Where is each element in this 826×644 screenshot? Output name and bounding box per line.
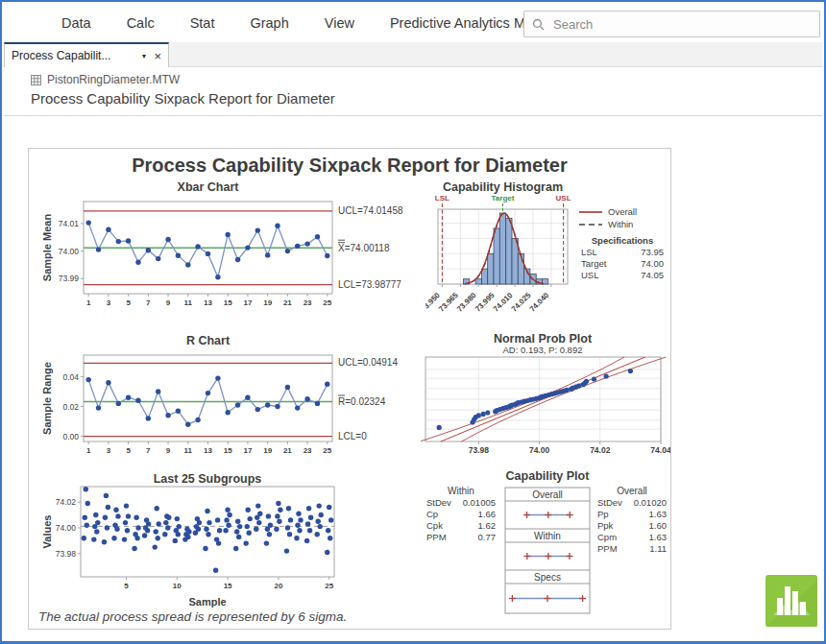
search-box[interactable] (523, 11, 820, 37)
svg-text:0.02: 0.02 (62, 402, 79, 412)
output-header: Process Capability Sixpack Report for Di… (31, 90, 335, 107)
svg-text:74.02: 74.02 (56, 497, 77, 507)
svg-text:0.01005: 0.01005 (463, 497, 496, 508)
menu-view[interactable]: View (325, 15, 354, 31)
svg-text:Within: Within (448, 486, 474, 496)
svg-text:Sample: Sample (188, 596, 226, 608)
menu-calc[interactable]: Calc (127, 15, 155, 31)
svg-text:17: 17 (243, 446, 252, 455)
search-input[interactable] (551, 16, 795, 33)
svg-text:7: 7 (146, 446, 151, 455)
app-window: Data Calc Stat Graph View Predictive Ana… (0, 0, 826, 644)
sixpack-figure[interactable]: Process Capability Sixpack Report for Di… (28, 148, 671, 630)
worksheet-link[interactable]: PistonRingDiameter.MTW (31, 73, 180, 86)
svg-text:11: 11 (184, 446, 193, 455)
svg-text:20: 20 (274, 582, 282, 590)
svg-text:73.98: 73.98 (56, 549, 77, 559)
normal-prob-plot: Normal Prob PlotAD: 0.193, P: 0.89273.98… (421, 334, 670, 464)
svg-text:13: 13 (204, 298, 212, 307)
svg-text:73.98: 73.98 (469, 445, 490, 455)
svg-text:Cp: Cp (426, 509, 438, 519)
svg-text:R=0.02324: R=0.02324 (338, 396, 386, 407)
svg-text:LSL: LSL (581, 247, 597, 257)
svg-text:9: 9 (166, 298, 171, 307)
svg-text:19: 19 (263, 446, 272, 455)
svg-text:11: 11 (184, 298, 193, 307)
capability-plot: Capability PlotOverallWithinSpecsWithinS… (421, 468, 670, 617)
svg-text:0.04: 0.04 (62, 372, 79, 382)
svg-text:Cpk: Cpk (426, 520, 443, 531)
svg-text:23: 23 (304, 298, 312, 307)
svg-text:74.00: 74.00 (56, 523, 77, 533)
svg-text:Last 25 Subgroups: Last 25 Subgroups (154, 473, 262, 486)
svg-text:19: 19 (263, 298, 272, 307)
last-25-subgroups-chart: Last 25 Subgroups73.9874.0074.0251015202… (41, 473, 425, 617)
svg-text:Sample Mean: Sample Mean (41, 214, 53, 282)
svg-text:74.01: 74.01 (59, 219, 80, 228)
svg-text:74.02: 74.02 (590, 445, 611, 455)
svg-text:73.95: 73.95 (641, 247, 664, 257)
svg-text:0.01020: 0.01020 (634, 497, 667, 508)
svg-text:74.00: 74.00 (641, 258, 664, 269)
svg-text:74.04: 74.04 (650, 445, 670, 455)
svg-text:StDev: StDev (426, 497, 451, 508)
svg-text:Capability Plot: Capability Plot (506, 469, 591, 483)
svg-text:PPM: PPM (597, 543, 618, 554)
svg-text:Overall: Overall (532, 489, 563, 500)
xbar-chart: Xbar Chart73.9974.0074.01135791113151719… (41, 180, 425, 320)
menu-data[interactable]: Data (61, 15, 91, 31)
svg-text:1: 1 (86, 298, 91, 307)
svg-text:1.62: 1.62 (478, 520, 497, 531)
svg-text:UCL=0.04914: UCL=0.04914 (338, 357, 398, 368)
svg-text:AD: 0.193, P: 0.892: AD: 0.193, P: 0.892 (503, 345, 583, 355)
svg-text:74.00: 74.00 (59, 247, 80, 256)
svg-text:15: 15 (224, 582, 232, 590)
svg-text:StDev: StDev (597, 497, 622, 508)
svg-text:Target: Target (581, 258, 607, 269)
svg-text:Within: Within (534, 531, 561, 541)
svg-text:Overall: Overall (608, 206, 637, 217)
svg-text:X=74.00118: X=74.00118 (338, 243, 390, 253)
search-icon (532, 18, 545, 31)
svg-text:LCL=0: LCL=0 (338, 431, 367, 441)
menu-graph[interactable]: Graph (250, 15, 288, 31)
svg-text:15: 15 (224, 298, 232, 307)
header-divider (4, 115, 822, 116)
svg-text:15: 15 (224, 446, 232, 455)
svg-text:Cpm: Cpm (597, 532, 617, 542)
minitab-logo-icon (765, 575, 817, 627)
svg-text:LCL=73.98777: LCL=73.98777 (338, 279, 401, 290)
svg-text:Ppk: Ppk (597, 520, 614, 531)
svg-text:25: 25 (323, 446, 331, 455)
svg-text:UCL=74.01458: UCL=74.01458 (338, 205, 403, 216)
capability-histogram: Capability HistogramLSLTargetUSL73.95073… (425, 180, 670, 324)
svg-text:74.00: 74.00 (529, 445, 550, 455)
svg-text:USL: USL (556, 194, 571, 203)
svg-text:USL: USL (581, 270, 598, 280)
figure-title: Process Capability Sixpack Report for Di… (29, 155, 670, 177)
svg-text:73.99: 73.99 (59, 274, 80, 283)
svg-text:5: 5 (124, 582, 129, 590)
svg-text:Sample Range: Sample Range (41, 362, 53, 435)
svg-text:0.00: 0.00 (62, 432, 79, 441)
svg-text:Specs: Specs (534, 572, 561, 583)
svg-text:3: 3 (107, 446, 111, 455)
tab-dropdown-caret-icon[interactable]: ▼ (140, 53, 147, 60)
svg-text:21: 21 (283, 298, 292, 307)
svg-text:7: 7 (146, 298, 151, 307)
svg-text:10: 10 (173, 582, 182, 590)
tab-process-capability[interactable]: Process Capabilit... ▼ × (4, 42, 169, 67)
svg-text:Overall: Overall (617, 486, 647, 496)
svg-text:Values: Values (41, 515, 53, 549)
menu-stat[interactable]: Stat (190, 15, 215, 31)
svg-text:1: 1 (86, 446, 91, 455)
svg-text:Pp: Pp (597, 509, 609, 519)
svg-text:25: 25 (325, 582, 333, 590)
svg-text:5: 5 (126, 298, 131, 307)
svg-text:Specifications: Specifications (592, 235, 653, 246)
tab-close-icon[interactable]: × (154, 50, 161, 62)
svg-text:1.63: 1.63 (649, 532, 668, 542)
worksheet-name: PistonRingDiameter.MTW (47, 73, 180, 86)
svg-text:0.77: 0.77 (478, 532, 497, 542)
svg-text:1.66: 1.66 (478, 509, 497, 519)
